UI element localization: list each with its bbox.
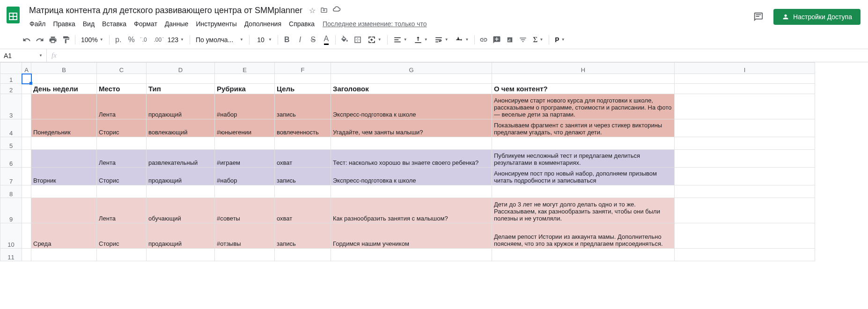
- cell-G10[interactable]: Гордимся нашим учеником: [331, 223, 492, 249]
- cell-I1[interactable]: [675, 74, 815, 84]
- cell-G5[interactable]: [331, 137, 492, 150]
- row-header-6[interactable]: 6: [0, 150, 22, 168]
- cell-H11[interactable]: [492, 249, 675, 261]
- cell-A1[interactable]: [22, 74, 31, 84]
- row-header-9[interactable]: 9: [0, 198, 22, 223]
- cell-A4[interactable]: [22, 119, 31, 137]
- cell-C1[interactable]: [97, 74, 147, 84]
- cell-E11[interactable]: [215, 249, 275, 261]
- cell-C3[interactable]: Лента: [97, 94, 147, 119]
- cell-F4[interactable]: вовлеченность: [275, 119, 331, 137]
- cell-I5[interactable]: [675, 137, 815, 150]
- col-header-H[interactable]: H: [492, 63, 675, 74]
- cell-D10[interactable]: продающий: [147, 223, 215, 249]
- cell-B8[interactable]: [31, 185, 97, 198]
- menu-инструменты[interactable]: Инструменты: [192, 18, 240, 29]
- cell-E10[interactable]: #отзывы: [215, 223, 275, 249]
- cell-B7[interactable]: Вторник: [31, 168, 97, 185]
- cell-E7[interactable]: #набор: [215, 168, 275, 185]
- col-header-E[interactable]: E: [215, 63, 275, 74]
- cell-B5[interactable]: [31, 137, 97, 150]
- cell-I8[interactable]: [675, 185, 815, 198]
- cell-H1[interactable]: [492, 74, 675, 84]
- cell-F10[interactable]: запись: [275, 223, 331, 249]
- cell-F8[interactable]: [275, 185, 331, 198]
- cell-E9[interactable]: #советы: [215, 198, 275, 223]
- merge-cells-button[interactable]: ▼: [365, 34, 384, 46]
- menu-вид[interactable]: Вид: [80, 18, 98, 29]
- cell-D5[interactable]: [147, 137, 215, 150]
- insert-link-button[interactable]: [478, 34, 490, 46]
- cloud-icon[interactable]: [332, 6, 341, 15]
- col-header-A[interactable]: A: [22, 63, 31, 74]
- menu-формат[interactable]: Формат: [131, 18, 161, 29]
- cell-A6[interactable]: [22, 150, 31, 168]
- cell-E4[interactable]: #юныегении: [215, 119, 275, 137]
- italic-button[interactable]: I: [294, 34, 306, 46]
- cell-D11[interactable]: [147, 249, 215, 261]
- cell-B4[interactable]: Понедельник: [31, 119, 97, 137]
- comments-button[interactable]: [749, 7, 768, 26]
- text-wrap-button[interactable]: ▼: [432, 34, 451, 46]
- cell-H4[interactable]: Показываем фрагмент с занятия и через ст…: [492, 119, 675, 137]
- formula-input[interactable]: [61, 49, 868, 62]
- cell-C5[interactable]: [97, 137, 147, 150]
- cell-H10[interactable]: Делаем репост Истории из аккаунта мамы. …: [492, 223, 675, 249]
- row-header-1[interactable]: 1: [0, 74, 22, 84]
- cell-A5[interactable]: [22, 137, 31, 150]
- currency-button[interactable]: р.: [112, 34, 125, 46]
- decrease-decimal-button[interactable]: .0←: [139, 34, 151, 46]
- redo-button[interactable]: [34, 34, 46, 46]
- row-header-7[interactable]: 7: [0, 168, 22, 185]
- filter-button[interactable]: [517, 34, 529, 46]
- borders-button[interactable]: [352, 34, 364, 46]
- cell-E3[interactable]: #набор: [215, 94, 275, 119]
- cell-B3[interactable]: [31, 94, 97, 119]
- row-header-11[interactable]: 11: [0, 249, 22, 261]
- cell-F7[interactable]: запись: [275, 168, 331, 185]
- cell-G6[interactable]: Тест: насколько хорошо вы знаете своего …: [331, 150, 492, 168]
- select-all-corner[interactable]: [0, 63, 22, 74]
- menu-справка[interactable]: Справка: [286, 18, 318, 29]
- row-header-8[interactable]: 8: [0, 185, 22, 198]
- document-title[interactable]: Матрица контента для детского развивающе…: [26, 5, 305, 16]
- menu-правка[interactable]: Правка: [50, 18, 78, 29]
- cell-G4[interactable]: Угадайте, чем заняты малыши?: [331, 119, 492, 137]
- zoom-select[interactable]: 100%▼: [78, 34, 106, 46]
- cell-A2[interactable]: [22, 84, 31, 94]
- text-rotation-button[interactable]: ▼: [452, 34, 472, 46]
- cell-D7[interactable]: продающий: [147, 168, 215, 185]
- cell-E5[interactable]: [215, 137, 275, 150]
- cell-A11[interactable]: [22, 249, 31, 261]
- undo-button[interactable]: [21, 34, 33, 46]
- cell-D2[interactable]: Тип: [147, 84, 215, 94]
- functions-button[interactable]: Σ▼: [530, 34, 546, 46]
- cell-G11[interactable]: [331, 249, 492, 261]
- fill-color-button[interactable]: [338, 34, 351, 46]
- insert-comment-button[interactable]: [491, 34, 503, 46]
- cell-D6[interactable]: развлекательный: [147, 150, 215, 168]
- font-size-select[interactable]: 10▼: [252, 34, 275, 46]
- cell-I11[interactable]: [675, 249, 815, 261]
- cell-A7[interactable]: [22, 168, 31, 185]
- cell-A8[interactable]: [22, 185, 31, 198]
- cell-F3[interactable]: запись: [275, 94, 331, 119]
- cell-I10[interactable]: [675, 223, 815, 249]
- cell-H3[interactable]: Анонсируем старт нового курса для подгот…: [492, 94, 675, 119]
- cell-E1[interactable]: [215, 74, 275, 84]
- horizontal-align-button[interactable]: ▼: [390, 34, 410, 46]
- vertical-align-button[interactable]: ▼: [411, 34, 431, 46]
- cell-C6[interactable]: Лента: [97, 150, 147, 168]
- col-header-G[interactable]: G: [331, 63, 492, 74]
- cell-C11[interactable]: [97, 249, 147, 261]
- cell-E2[interactable]: Рубрика: [215, 84, 275, 94]
- cell-I4[interactable]: [675, 119, 815, 137]
- percent-button[interactable]: %: [125, 34, 138, 46]
- cell-H6[interactable]: Публикуем несложный тест и предлагаем де…: [492, 150, 675, 168]
- col-header-I[interactable]: I: [675, 63, 815, 74]
- last-edit-link[interactable]: Последнее изменение: только что: [319, 18, 431, 29]
- cell-F6[interactable]: охват: [275, 150, 331, 168]
- cell-F9[interactable]: охват: [275, 198, 331, 223]
- name-box[interactable]: A1▼: [0, 49, 47, 62]
- cell-G3[interactable]: Экспресс-подготовка к школе: [331, 94, 492, 119]
